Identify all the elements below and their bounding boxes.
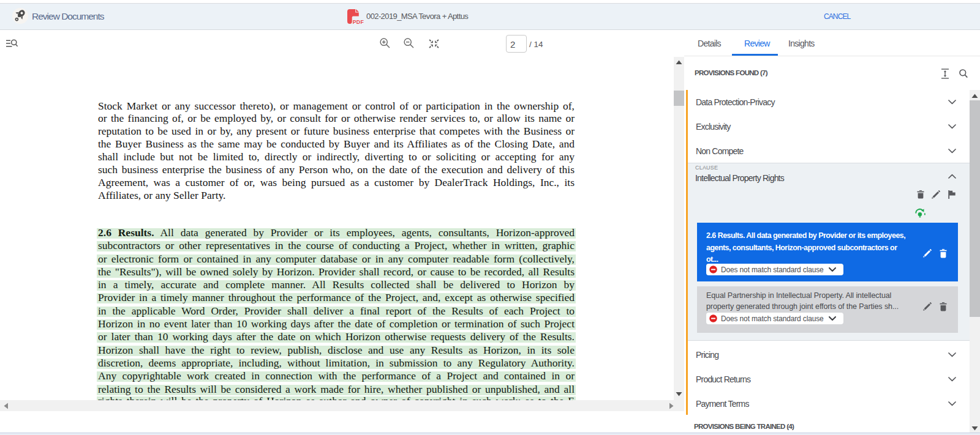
svg-text:PDF: PDF — [353, 19, 364, 24]
